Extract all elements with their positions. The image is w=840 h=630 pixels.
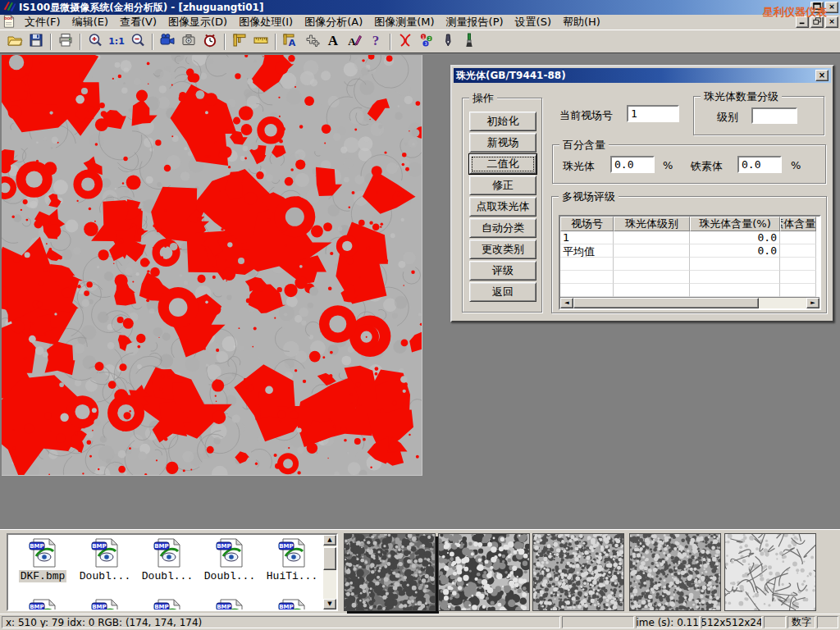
- svg-text:BMP: BMP: [92, 543, 106, 550]
- op-button-2[interactable]: 二值化: [469, 154, 536, 174]
- toolbar: 1:1AAA?123: [0, 30, 840, 52]
- op-button-3[interactable]: 修正: [469, 176, 536, 195]
- file-item-partial[interactable]: BMP: [138, 599, 197, 611]
- scroll-right-button[interactable]: ►: [806, 298, 819, 308]
- op-button-8[interactable]: 返回: [469, 282, 536, 302]
- table-cell: [614, 244, 690, 258]
- toolbar-button-measure-text[interactable]: A: [280, 32, 301, 52]
- file-item-partial[interactable]: BMP: [75, 599, 135, 611]
- file-item-0[interactable]: BMP DKF.bmp: [13, 538, 72, 582]
- toolbar-button-grid-cross[interactable]: [301, 32, 322, 52]
- menu-item-7[interactable]: 测量报告(P): [441, 14, 509, 30]
- status-panel-3: [764, 616, 786, 628]
- file-item-4[interactable]: BMP HuiTi...: [262, 538, 322, 582]
- toolbar-button-text-a[interactable]: A: [322, 32, 344, 52]
- op-button-1[interactable]: 新视场: [469, 133, 536, 153]
- dialog-close-button[interactable]: ×: [815, 70, 829, 81]
- toolbar-button-still-camera[interactable]: [178, 32, 199, 52]
- toolbar-button-help-question[interactable]: ?: [365, 32, 386, 52]
- bmp-file-icon: BMP: [138, 538, 197, 570]
- thumbnail-1[interactable]: [344, 533, 436, 611]
- toolbar-button-pen[interactable]: [437, 32, 459, 52]
- menu-item-1[interactable]: 编辑(E): [66, 14, 114, 30]
- file-item-partial[interactable]: BMP: [200, 599, 259, 611]
- menu-item-9[interactable]: 帮助(H): [557, 14, 606, 30]
- svg-text:BMP: BMP: [92, 604, 106, 610]
- toolbar-button-video-camera[interactable]: [157, 32, 178, 52]
- table-cell: 0.0: [690, 244, 780, 258]
- current-field-input[interactable]: [627, 105, 679, 122]
- scroll-up-button[interactable]: ▲: [323, 535, 336, 546]
- toolbar-button-brush[interactable]: [459, 32, 480, 52]
- file-item-1[interactable]: BMP Doubl...: [75, 538, 135, 582]
- file-item-3[interactable]: BMP Doubl...: [200, 538, 259, 582]
- mdi-close-button[interactable]: ×: [825, 16, 838, 28]
- thumbnail-4[interactable]: [629, 533, 721, 611]
- toolbar-button-annotate[interactable]: A: [344, 32, 365, 52]
- menu-item-3[interactable]: 图像显示(D): [162, 14, 233, 30]
- table-row-2[interactable]: [560, 258, 819, 271]
- bmp-file-icon: BMP: [262, 599, 322, 611]
- toolbar-button-ruler[interactable]: [250, 32, 272, 52]
- op-button-7[interactable]: 评级: [469, 261, 536, 281]
- timer-clock-icon: [202, 32, 218, 51]
- toolbar-button-printer[interactable]: [55, 32, 76, 52]
- table-horizontal-scrollbar[interactable]: ◄ ►: [560, 297, 819, 308]
- thumbnail-5[interactable]: [724, 533, 816, 611]
- scroll-left-button[interactable]: ◄: [560, 298, 573, 308]
- table-row-1[interactable]: 平均值0.0: [560, 244, 819, 258]
- bmp-file-icon: BMP: [138, 599, 197, 611]
- scroll-thumb[interactable]: [573, 298, 759, 308]
- file-item-2[interactable]: BMP Doubl...: [138, 538, 197, 582]
- table-cell: 平均值: [560, 244, 614, 258]
- svg-text:?: ?: [372, 33, 380, 48]
- table-col-1: 珠光体级别: [614, 217, 690, 231]
- file-item-partial[interactable]: BMP: [262, 599, 322, 611]
- zoom-in-icon: [87, 32, 103, 51]
- op-button-5[interactable]: 自动分类: [469, 218, 536, 238]
- toolbar-button-zoom-out[interactable]: [127, 32, 148, 52]
- table-col-0: 视场号: [560, 217, 614, 231]
- toolbar-button-zoom-in[interactable]: [84, 32, 106, 52]
- table-row-3[interactable]: [560, 271, 819, 284]
- table-cell: [560, 271, 614, 284]
- close-button[interactable]: ×: [825, 2, 838, 13]
- toolbar-button-open-folder[interactable]: [4, 32, 25, 52]
- dialog-title-bar[interactable]: 珠光体(GB/T9441-88) ×: [454, 68, 831, 83]
- toolbar-button-count-markers[interactable]: 123: [416, 32, 437, 52]
- menu-item-8[interactable]: 设置(S): [509, 14, 557, 30]
- toolbar-button-caliper[interactable]: [229, 32, 250, 52]
- menu-item-6[interactable]: 图像测量(M): [368, 14, 440, 30]
- grade-input[interactable]: [751, 107, 797, 124]
- scroll-thumb[interactable]: [323, 547, 336, 570]
- toolbar-button-actual-size[interactable]: 1:1: [106, 32, 127, 52]
- cursor-position-status: x: 510 y: 79 idx: 0 RGB: (174, 174, 174): [2, 616, 560, 628]
- file-list-scrollbar[interactable]: ▲ ▼: [323, 535, 336, 609]
- ferrite-percent-input[interactable]: [737, 156, 782, 173]
- toolbar-button-timer-clock[interactable]: [199, 32, 221, 52]
- op-button-0[interactable]: 初始化: [469, 112, 536, 131]
- pearlite-percent-input[interactable]: [610, 156, 655, 173]
- thumbnail-3[interactable]: [532, 533, 624, 611]
- menu-item-4[interactable]: 图像处理(I): [233, 14, 299, 30]
- open-folder-icon: [7, 32, 23, 51]
- operations-group: 操作 初始化新视场二值化修正点取珠光体自动分类更改类别评级返回: [462, 98, 542, 313]
- toolbar-button-curve-tool[interactable]: [395, 32, 416, 52]
- file-item-partial[interactable]: BMP: [13, 599, 72, 611]
- micrograph-image[interactable]: [2, 55, 422, 476]
- op-button-4[interactable]: 点取珠光体: [469, 197, 536, 217]
- menu-item-5[interactable]: 图像分析(A): [299, 14, 368, 30]
- menu-item-0[interactable]: 文件(F): [19, 14, 66, 30]
- vendor-watermark: 星利仪器仪表: [763, 5, 827, 20]
- table-col-3: 铁素体含量(%): [780, 217, 816, 231]
- op-button-6[interactable]: 更改类别: [469, 240, 536, 259]
- save-floppy-icon: [28, 32, 44, 51]
- scroll-down-button[interactable]: ▼: [323, 599, 336, 609]
- menu-item-2[interactable]: 查看(V): [114, 14, 162, 30]
- svg-text:BMP: BMP: [217, 604, 231, 610]
- toolbar-button-save-floppy[interactable]: [25, 32, 47, 52]
- thumbnail-2[interactable]: [438, 533, 530, 611]
- table-row-0[interactable]: 10.0: [560, 231, 819, 244]
- table-cell: [614, 258, 690, 271]
- table-row-4[interactable]: [560, 284, 819, 297]
